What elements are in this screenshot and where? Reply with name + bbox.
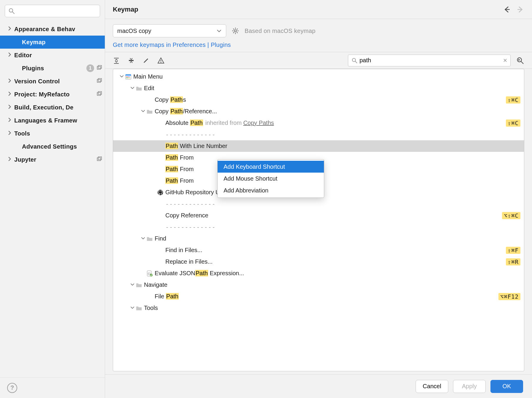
tree-row[interactable]: Path With Line Number: [113, 140, 524, 152]
chevron-right-icon: [7, 104, 12, 111]
tree-row[interactable]: Navigate: [113, 279, 524, 291]
update-count-badge: 1: [86, 64, 94, 72]
chevron-right-icon: [7, 78, 12, 85]
keymap-scheme-value: macOS copy: [117, 28, 151, 34]
cancel-button[interactable]: Cancel: [416, 380, 448, 393]
tree-row[interactable]: File Path⌥⌘F12: [113, 291, 524, 302]
tree-row-label: Copy Paths: [155, 96, 186, 103]
context-menu-item-add-keyboard-shortcut[interactable]: Add Keyboard Shortcut: [218, 161, 324, 173]
tree-row-label: Tools: [144, 305, 158, 311]
actions-search-input[interactable]: [360, 57, 503, 64]
expand-toggle-icon[interactable]: [140, 236, 146, 241]
sidebar-item-version-control[interactable]: Version Control: [0, 75, 105, 88]
shortcut-badge: ⇧⌘R: [506, 258, 520, 265]
sidebar-item-label: Project: MyRefacto: [14, 91, 96, 98]
keymap-scheme-select[interactable]: macOS copy: [113, 24, 226, 37]
tree-row[interactable]: Evaluate JSONPath Expression...: [113, 268, 524, 279]
edit-icon[interactable]: [142, 57, 150, 64]
tree-row[interactable]: Tools: [113, 302, 524, 314]
sidebar-item-build-execution-de[interactable]: Build, Execution, De: [0, 101, 105, 114]
expand-toggle-icon[interactable]: [129, 85, 136, 91]
context-menu-item-add-abbreviation[interactable]: Add Abbreviation: [218, 184, 324, 196]
sidebar-item-tools[interactable]: Tools: [0, 127, 105, 140]
gear-icon[interactable]: [232, 27, 239, 35]
clear-search-icon[interactable]: ✕: [503, 57, 507, 64]
inherited-from-text: inherited from Copy Paths: [205, 120, 274, 126]
sidebar-item-label: Tools: [14, 130, 102, 137]
actions-tree[interactable]: Main MenuEditCopy Paths⇧⌘CCopy Path/Refe…: [113, 69, 524, 371]
tree-row[interactable]: Edit: [113, 82, 524, 94]
shortcut-context-menu[interactable]: Add Keyboard ShortcutAdd Mouse ShortcutA…: [217, 159, 324, 198]
sidebar-item-label: Advanced Settings: [22, 143, 102, 150]
conflicts-icon[interactable]: [157, 57, 164, 64]
help-icon[interactable]: ?: [7, 383, 17, 393]
folder-icon: [146, 235, 153, 242]
folder-icon: [136, 305, 142, 312]
popout-icon: [96, 65, 102, 72]
settings-sidebar: Appearance & BehavKeymapEditorPlugins1Ve…: [0, 0, 105, 398]
chevron-down-icon: [216, 28, 222, 34]
tree-separator: -------------: [113, 221, 524, 233]
main-panel: Keymap macOS copy Based on macOS keymap …: [105, 0, 532, 398]
chevron-right-icon: [7, 52, 12, 59]
popout-icon: [96, 156, 102, 163]
folder-icon: [136, 85, 142, 92]
sidebar-item-editor[interactable]: Editor: [0, 49, 105, 62]
sidebar-item-appearance-behav[interactable]: Appearance & Behav: [0, 23, 105, 36]
sidebar-item-label: Editor: [14, 52, 102, 59]
tree-row-label: Main Menu: [133, 73, 163, 80]
tree-row-label: -------------: [165, 224, 216, 231]
sidebar-search-input[interactable]: [15, 8, 97, 14]
tree-row-label: Navigate: [144, 281, 167, 288]
get-more-keymaps-link[interactable]: Get more keymaps in Preferences | Plugin…: [113, 42, 231, 48]
context-menu-item-add-mouse-shortcut[interactable]: Add Mouse Shortcut: [218, 173, 324, 184]
github-icon: [157, 189, 164, 196]
actions-search[interactable]: ✕: [348, 55, 511, 66]
apply-button: Apply: [453, 380, 486, 393]
tree-row[interactable]: Copy Path/Reference...: [113, 106, 524, 117]
shortcut-badge: ⇧⌘C: [506, 96, 520, 104]
tree-row[interactable]: Main Menu: [113, 71, 524, 82]
sidebar-item-advanced-settings[interactable]: Advanced Settings: [0, 140, 105, 153]
sidebar-item-languages-framew[interactable]: Languages & Framew: [0, 114, 105, 127]
sidebar-item-project-myrefacto[interactable]: Project: MyRefacto: [0, 88, 105, 101]
sidebar-item-plugins[interactable]: Plugins1: [0, 62, 105, 75]
sidebar-item-jupyter[interactable]: Jupyter: [0, 153, 105, 166]
tree-row-label: Find: [155, 235, 166, 242]
popout-icon: [96, 78, 102, 85]
expand-toggle-icon[interactable]: [140, 109, 146, 114]
sidebar-search[interactable]: [5, 5, 100, 17]
tree-row[interactable]: Replace in Files...⇧⌘R: [113, 256, 524, 268]
tree-row-label: File Path: [155, 293, 179, 300]
find-by-shortcut-icon[interactable]: [516, 56, 524, 65]
expand-toggle-icon[interactable]: [118, 74, 125, 79]
tree-separator: -------------: [113, 129, 524, 140]
tree-row[interactable]: Find: [113, 233, 524, 244]
tree-row[interactable]: Copy Paths⇧⌘C: [113, 94, 524, 106]
tree-row-label: -------------: [165, 200, 216, 208]
expand-toggle-icon[interactable]: [129, 282, 136, 288]
tree-row-label: -------------: [165, 131, 216, 138]
nav-back-icon[interactable]: [503, 6, 511, 13]
tree-row[interactable]: Find in Files...⇧⌘F: [113, 244, 524, 256]
sidebar-item-label: Languages & Framew: [14, 117, 102, 124]
based-on-text: Based on macOS keymap: [245, 28, 316, 34]
ok-button[interactable]: OK: [490, 380, 523, 393]
chevron-right-icon: [7, 156, 12, 163]
expand-toggle-icon[interactable]: [129, 305, 136, 311]
sidebar-item-keymap[interactable]: Keymap: [0, 36, 105, 49]
tree-row[interactable]: Absolute Pathinherited from Copy Paths⇧⌘…: [113, 117, 524, 129]
tree-row-label: Path With Line Number: [165, 143, 227, 149]
tree-row-label: Path From: [165, 166, 194, 173]
sidebar-item-label: Jupyter: [14, 156, 96, 163]
page-title: Keymap: [113, 6, 503, 13]
expand-all-icon[interactable]: [113, 57, 120, 64]
sidebar-item-label: Plugins: [22, 65, 86, 72]
tree-row-label: Path From: [165, 177, 194, 184]
tree-separator: -------------: [113, 198, 524, 210]
chevron-right-icon: [7, 91, 12, 98]
tree-row[interactable]: Copy Reference⌥⇧⌘C: [113, 210, 524, 221]
tree-row-label: Find in Files...: [165, 247, 202, 254]
collapse-all-icon[interactable]: [128, 57, 135, 64]
inherited-link[interactable]: Copy Paths: [243, 120, 274, 126]
